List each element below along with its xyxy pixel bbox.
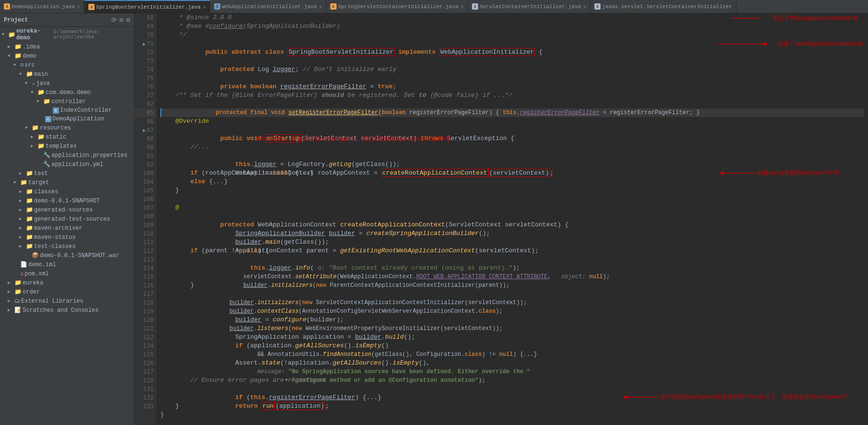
sidebar-header: Project ⟳ ⊟ ⚙ — [0, 13, 134, 27]
java-icon: I — [594, 3, 601, 10]
tree-ext-libraries[interactable]: ▶ 🗂 External Libraries — [0, 296, 134, 306]
tree-test-classes[interactable]: ▶ 📁 test-classes — [0, 242, 134, 251]
tree-static[interactable]: ▶ 📁 static — [0, 132, 134, 142]
code-line-87: public void onStartup(ServletContext ser… — [160, 126, 864, 134]
tab-bar: J DemoApplication.java ✕ J SpringBootSer… — [0, 0, 868, 13]
tree-controller[interactable]: ▼ 📁 controller — [0, 97, 134, 106]
sidebar-actions: ⟳ ⊟ ⚙ — [111, 16, 130, 24]
tree-pom-xml[interactable]: ⚓ pom.xml — [0, 269, 134, 278]
code-line-86: @Override — [160, 117, 864, 126]
tab-label: SpringBootServletInitializer.java — [96, 4, 201, 10]
code-line-128: if (this.registerErrorPageFilter) {...} — [160, 385, 864, 393]
tree-resources[interactable]: ▼ 📁 resources — [0, 123, 134, 132]
code-line-116: builder.initializers(new ServletContextA… — [160, 290, 864, 298]
code-line-133: } — [160, 411, 864, 419]
callout-text-tomcat: tomcat启动，就会执行到onStartup方法，就会去初始化spring和s… — [256, 135, 451, 142]
code-line-69: * @see #configure(SpringApplicationBuild… — [160, 22, 864, 31]
tab-web-app-initializer[interactable]: I WebApplicationInitializer.java ✕ — [210, 0, 326, 13]
tree-app-properties[interactable]: 🔧 application.properties — [0, 151, 134, 160]
tree-classes[interactable]: ▶ 📁 classes — [0, 187, 134, 196]
project-tree: ▼ 📁 eureka-demo D:\webwork\java-project\… — [0, 27, 134, 425]
code-line-127: // Ensure error pages are registered — [160, 376, 864, 385]
tree-templates[interactable]: ▶ 📁 templates — [0, 142, 134, 151]
java-icon: C — [330, 3, 337, 10]
sync-icon[interactable]: ⟳ — [111, 16, 117, 24]
code-line-68: * @since 2.0.0 — [160, 13, 864, 22]
code-line-73: protected Log logger; // Don't initializ… — [160, 57, 864, 65]
close-icon[interactable]: ✕ — [583, 4, 586, 10]
tab-label: ServletContainerInitializer.java — [480, 4, 581, 10]
tree-package[interactable]: ▼ 📁 com.demo.demo — [0, 88, 134, 97]
code-line-88: //... — [160, 143, 864, 152]
tab-spring-servlet-container[interactable]: C SpringServletContainerInitializer.java… — [326, 0, 468, 13]
tree-java[interactable]: ▼ ☕ java — [0, 79, 134, 88]
tab-javax-servlet[interactable]: I javax.servlet.ServletContainerInitiali… — [591, 0, 736, 13]
tree-demo-iml[interactable]: 📄 demo.iml — [0, 260, 134, 269]
tree-maven-status[interactable]: ▶ 📁 maven-status — [0, 233, 134, 242]
code-line-107: protected WebApplicationContext createRo… — [160, 212, 864, 221]
java-icon: J — [4, 3, 10, 10]
code-line-77: /** Set if the {@link ErrorPageFilter} s… — [160, 91, 864, 100]
java-icon: I — [472, 3, 478, 10]
close-icon[interactable]: ✕ — [203, 4, 206, 10]
code-line-100: else {...} — [160, 177, 864, 186]
tree-index-controller[interactable]: C IndexController — [0, 106, 134, 115]
code-line-104: } — [160, 186, 864, 195]
tree-snapshot[interactable]: ▶ 📁 demo-0.0.1-SNAPSHOT — [0, 196, 134, 205]
tab-demo-application[interactable]: J DemoApplication.java ✕ — [0, 0, 84, 13]
collapse-icon[interactable]: ⊟ — [120, 16, 123, 24]
code-line-90: this.logger = LogFactory.getLog(getClass… — [160, 152, 864, 160]
code-line-106: @ — [160, 203, 864, 212]
main-layout: Project ⟳ ⊟ ⚙ ▼ 📁 eureka-demo D:\webwork… — [0, 13, 868, 425]
tree-order[interactable]: ▶ 📁 order — [0, 287, 134, 296]
tree-war-file[interactable]: 📦 demo-0.0.1-SNAPSHOT.war — [0, 251, 134, 260]
callout-tomcat: tomcat启动，就会执行到onStartup方法，就会去初始化spring和s… — [256, 134, 864, 143]
code-line-70: */ — [160, 31, 864, 39]
tree-test[interactable]: ▶ 📁 test — [0, 169, 134, 178]
code-line-82: protected final void setRegisterErrorPag… — [160, 100, 864, 108]
sidebar-title: Project — [4, 17, 28, 24]
tree-gen-sources[interactable]: ▶ 📁 generated-sources — [0, 205, 134, 214]
tree-maven-archiver[interactable]: ▶ 📁 maven-archiver — [0, 224, 134, 233]
tree-target[interactable]: ▼ 📁 target — [0, 178, 134, 187]
tab-servlet-container-initializer[interactable]: I ServletContainerInitializer.java ✕ — [468, 0, 591, 13]
tree-demo[interactable]: ▼ 📁 demo — [0, 51, 134, 60]
code-scroll-area[interactable]: 68 69 70 ▶71 72 73 74 75 76 77 82 85 86 … — [134, 13, 868, 425]
java-icon-active: J — [88, 4, 95, 10]
tab-label: javax.servlet.ServletContainerInitialize… — [602, 4, 732, 10]
close-icon[interactable]: ✕ — [461, 4, 464, 10]
tab-springboot-servlet-initializer[interactable]: J SpringBootServletInitializer.java ✕ — [84, 0, 210, 13]
tree-gen-test-sources[interactable]: ▶ 📁 generated-test-sources — [0, 214, 134, 224]
tree-idea[interactable]: ▶ 📁 .idea — [0, 42, 134, 51]
code-line-105 — [160, 195, 864, 203]
sidebar: Project ⟳ ⊟ ⚙ ▼ 📁 eureka-demo D:\webwork… — [0, 13, 134, 425]
tree-scratches[interactable]: ▶ 📝 Scratches and Consoles — [0, 306, 134, 315]
line-gutter: 68 69 70 ▶71 72 73 74 75 76 77 82 85 86 … — [134, 13, 157, 425]
tree-src[interactable]: ▼ ⊞ src — [0, 60, 134, 70]
close-icon[interactable]: ✕ — [77, 4, 80, 10]
settings-icon[interactable]: ⚙ — [126, 16, 130, 24]
tree-main[interactable]: ▼ 📁 main — [0, 70, 134, 79]
tree-eureka[interactable]: ▶ 📁 eureka — [0, 278, 134, 287]
tree-app-yml[interactable]: 🔧 application.yml — [0, 160, 134, 169]
tab-label: SpringServletContainerInitializer.java — [338, 4, 458, 10]
code-line-112: this.logger.info( o: "Root context alrea… — [160, 255, 864, 264]
code-line-75: private boolean registerErrorPageFilter … — [160, 74, 864, 83]
tree-demo-application[interactable]: C DemoApplication — [0, 115, 134, 123]
app-container: J DemoApplication.java ✕ J SpringBootSer… — [0, 0, 868, 425]
close-icon[interactable]: ✕ — [319, 4, 322, 10]
tree-root[interactable]: ▼ 📁 eureka-demo D:\webwork\java-project\… — [0, 27, 134, 42]
code-editor: 68 69 70 ▶71 72 73 74 75 76 77 82 85 86 … — [134, 13, 868, 425]
tab-label: DemoApplication.java — [12, 4, 75, 10]
code-line-71: public abstract class SpringBootServletI… — [160, 39, 864, 48]
code-content[interactable]: * @since 2.0.0 * @see #configure(SpringA… — [157, 13, 868, 425]
tab-label: WebApplicationInitializer.java — [222, 4, 317, 10]
java-icon: I — [214, 3, 220, 10]
